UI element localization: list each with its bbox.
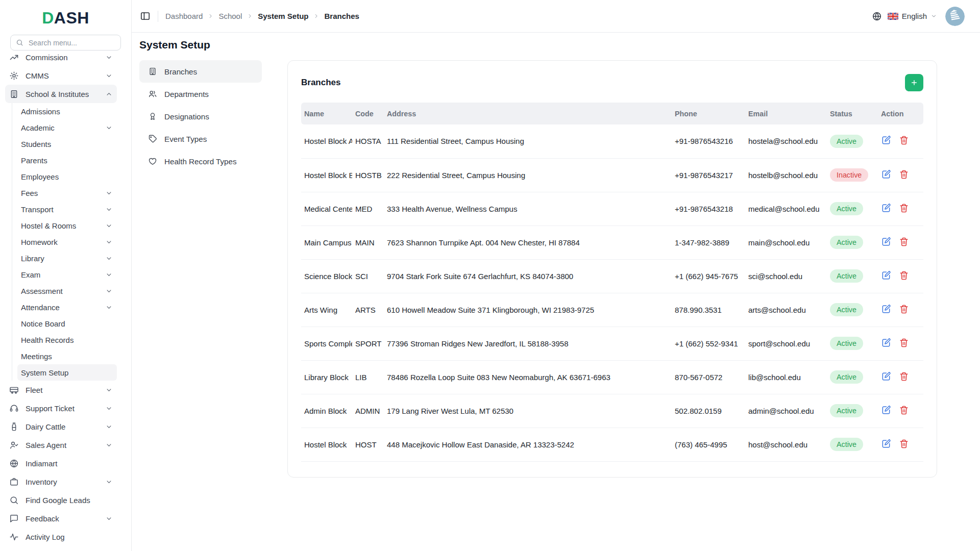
edit-button[interactable]	[881, 237, 891, 247]
breadcrumb-item-school[interactable]: School	[218, 12, 242, 20]
sidebar-toggle-button[interactable]	[140, 11, 151, 21]
delete-button[interactable]	[899, 135, 909, 145]
sidebar-item-assessment[interactable]: Assessment	[17, 283, 117, 299]
sidebar-item-parents[interactable]: Parents	[17, 152, 117, 168]
sidebar-item-fleet[interactable]: Fleet	[5, 381, 117, 399]
delete-button[interactable]	[899, 169, 909, 180]
sidebar-item-students[interactable]: Students	[17, 136, 117, 152]
edit-button[interactable]	[881, 405, 891, 415]
sidebar-item-school-and-institutes[interactable]: School & Institutes	[5, 85, 117, 103]
chevron-down-icon	[105, 238, 113, 246]
chevron-down-icon	[105, 478, 113, 486]
sidebar-item-cmms[interactable]: CMMS	[5, 66, 117, 85]
sidebar-item-label: Exam	[21, 270, 105, 279]
sidebar-item-commission[interactable]: Commission	[5, 53, 117, 66]
tag-icon	[148, 134, 157, 143]
cell-email: sport@school.edu	[745, 327, 827, 360]
sidebar-item-meetings[interactable]: Meetings	[17, 348, 117, 364]
edit-button[interactable]	[881, 203, 891, 213]
delete-button[interactable]	[899, 405, 909, 415]
delete-button[interactable]	[899, 270, 909, 281]
submenu-item-event-types[interactable]: Event Types	[139, 128, 262, 150]
search-input[interactable]	[28, 38, 122, 47]
breadcrumb: DashboardSchoolSystem SetupBranches	[165, 12, 359, 20]
submenu-item-departments[interactable]: Departments	[139, 83, 262, 105]
sidebar-item-dairy-cattle[interactable]: Dairy Cattle	[5, 417, 117, 436]
column-header-phone: Phone	[672, 103, 745, 124]
breadcrumb-item-branches[interactable]: Branches	[324, 12, 359, 20]
sidebar-item-hostel-and-rooms[interactable]: Hostel & Rooms	[17, 217, 117, 234]
delete-button[interactable]	[899, 338, 909, 348]
delete-button[interactable]	[899, 237, 909, 247]
chevron-right-icon	[247, 13, 253, 19]
sidebar-item-label: Hostel & Rooms	[21, 221, 105, 230]
edit-icon	[881, 135, 891, 145]
submenu-item-branches[interactable]: Branches	[139, 60, 262, 83]
submenu-item-health-record-types[interactable]: Health Record Types	[139, 150, 262, 172]
cell-code: HOSTA	[352, 124, 384, 158]
sidebar-search[interactable]	[10, 35, 121, 51]
breadcrumb-item-system-setup[interactable]: System Setup	[258, 12, 308, 20]
sidebar-item-label: Parents	[21, 156, 113, 165]
cell-email: medical@school.edu	[745, 192, 827, 226]
cell-name: Arts Wing	[301, 293, 352, 327]
edit-button[interactable]	[881, 169, 891, 180]
sidebar-item-support-ticket[interactable]: Support Ticket	[5, 399, 117, 417]
sidebar-item-exam[interactable]: Exam	[17, 266, 117, 283]
cell-status: Active	[827, 327, 878, 360]
edit-button[interactable]	[881, 135, 891, 145]
sidebar-item-employees[interactable]: Employees	[17, 168, 117, 185]
sidebar-item-academic[interactable]: Academic	[17, 119, 117, 136]
sidebar-item-find-google-leads[interactable]: Find Google Leads	[5, 491, 117, 509]
trash-icon	[899, 304, 909, 314]
chevron-down-icon	[105, 124, 113, 132]
sidebar-item-indiamart[interactable]: Indiamart	[5, 454, 117, 472]
delete-button[interactable]	[899, 304, 909, 314]
sidebar-item-health-records[interactable]: Health Records	[17, 332, 117, 348]
sidebar-item-inventory[interactable]: Inventory	[5, 472, 117, 491]
cell-name: Library Block	[301, 360, 352, 394]
sidebar-item-notice-board[interactable]: Notice Board	[17, 315, 117, 332]
edit-button[interactable]	[881, 304, 891, 314]
panel-left-icon	[140, 11, 151, 21]
delete-button[interactable]	[899, 371, 909, 382]
cell-status: Active	[827, 124, 878, 158]
submenu-item-designations[interactable]: Designations	[139, 105, 262, 128]
edit-button[interactable]	[881, 270, 891, 281]
chevron-down-icon	[105, 405, 113, 412]
sidebar-item-label: Homework	[21, 238, 105, 246]
table-row-hostel-block-b: Hostel Block BHOSTB222 Residential Stree…	[301, 158, 923, 192]
edit-icon	[881, 304, 891, 314]
edit-button[interactable]	[881, 371, 891, 382]
sidebar-item-label: Find Google Leads	[26, 496, 113, 505]
sidebar-item-sales-agent[interactable]: Sales Agent	[5, 436, 117, 454]
sidebar-item-fees[interactable]: Fees	[17, 185, 117, 201]
status-badge: Active	[830, 236, 863, 249]
user-avatar[interactable]	[945, 7, 965, 26]
sidebar-item-label: Library	[21, 254, 105, 263]
cell-address: 222 Residential Street, Campus Housing	[384, 158, 672, 192]
add-branch-button[interactable]	[905, 74, 923, 91]
sidebar-item-activity-log[interactable]: Activity Log	[5, 528, 117, 546]
sidebar-item-homework[interactable]: Homework	[17, 234, 117, 250]
delete-button[interactable]	[899, 439, 909, 449]
table-row-hostel-block: Hostel BlockHOST448 Macejkovic Hollow Ea…	[301, 428, 923, 461]
sidebar-item-transport[interactable]: Transport	[17, 201, 117, 217]
building-icon	[9, 89, 19, 99]
edit-button[interactable]	[881, 338, 891, 348]
sidebar-item-attendance[interactable]: Attendance	[17, 299, 117, 315]
sidebar-item-admissions[interactable]: Admissions	[17, 103, 117, 119]
breadcrumb-item-dashboard[interactable]: Dashboard	[165, 12, 203, 20]
delete-button[interactable]	[899, 203, 909, 213]
chevron-down-icon	[105, 515, 113, 522]
edit-button[interactable]	[881, 439, 891, 449]
language-selector[interactable]: English	[888, 12, 937, 20]
sidebar-item-label: Admissions	[21, 107, 113, 116]
sidebar-item-system-setup[interactable]: System Setup	[17, 364, 117, 381]
globe-icon[interactable]	[872, 11, 882, 21]
sidebar-nav: CommissionCMMSSchool & InstitutesAdmissi…	[0, 53, 131, 551]
content: System Setup BranchesDepartmentsDesignat…	[132, 33, 980, 551]
sidebar-item-library[interactable]: Library	[17, 250, 117, 266]
sidebar-item-feedback[interactable]: Feedback	[5, 509, 117, 528]
sidebar-item-label: Inventory	[26, 478, 105, 486]
